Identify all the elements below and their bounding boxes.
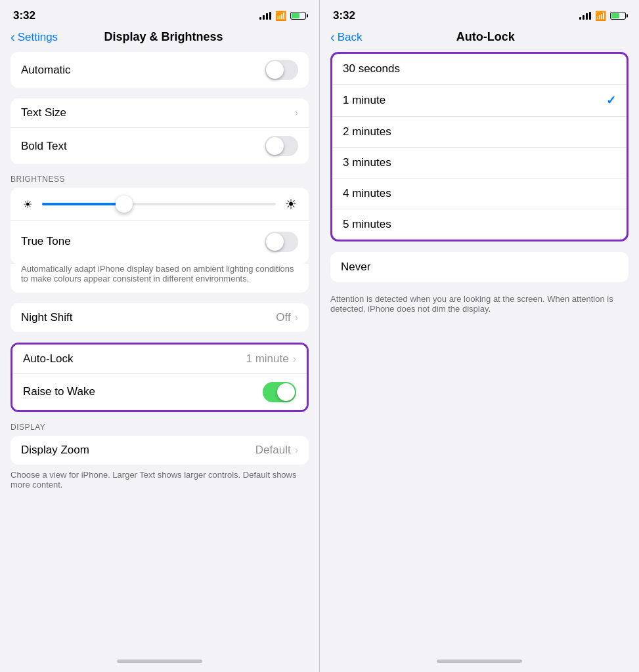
- bold-text-label: Bold Text: [21, 140, 265, 153]
- display-zoom-chevron-icon: ›: [295, 444, 298, 456]
- right-home-indicator: [320, 650, 639, 672]
- display-zoom-label: Display Zoom: [21, 444, 255, 457]
- left-home-indicator: [0, 650, 319, 672]
- right-back-chevron-icon: ‹: [330, 30, 335, 43]
- autolock-option-never[interactable]: Never: [330, 252, 628, 282]
- right-nav-title: Auto-Lock: [342, 30, 628, 44]
- automatic-label: Automatic: [21, 64, 265, 77]
- display-zoom-row[interactable]: Display Zoom Default ›: [11, 436, 309, 465]
- right-status-bar: 3:32 📶: [320, 0, 639, 28]
- true-tone-toggle[interactable]: [265, 232, 298, 252]
- raise-to-wake-label: Raise to Wake: [23, 385, 263, 398]
- autolock-options-list: 30 seconds 1 minute ✓ 2 minutes 3 minute…: [330, 52, 628, 242]
- auto-lock-label: Auto-Lock: [23, 352, 246, 366]
- automatic-toggle[interactable]: [265, 60, 298, 80]
- left-status-icons: 📶: [259, 10, 306, 21]
- raise-to-wake-row[interactable]: Raise to Wake: [12, 374, 307, 410]
- brightness-slider[interactable]: [42, 203, 276, 205]
- right-time: 3:32: [333, 9, 355, 22]
- autolock-option-5min[interactable]: 5 minutes: [332, 209, 627, 240]
- night-shift-chevron-icon: ›: [295, 312, 298, 324]
- text-card: Text Size › Bold Text: [11, 98, 309, 164]
- true-tone-row[interactable]: True Tone: [21, 229, 298, 255]
- autolock-2min-label: 2 minutes: [343, 125, 616, 138]
- bold-text-row[interactable]: Bold Text: [11, 128, 309, 164]
- auto-lock-highlight: Auto-Lock 1 minute › Raise to Wake: [11, 343, 309, 412]
- autolock-30s-label: 30 seconds: [343, 62, 616, 75]
- brightness-divider: [11, 220, 309, 221]
- right-status-icons: 📶: [579, 10, 626, 21]
- auto-lock-row[interactable]: Auto-Lock 1 minute ›: [12, 345, 307, 374]
- display-zoom-desc: Choose a view for iPhone. Larger Text sh…: [0, 465, 319, 490]
- right-wifi-icon: 📶: [595, 10, 606, 21]
- autolock-1min-label: 1 minute: [343, 94, 606, 107]
- auto-lock-section: Auto-Lock 1 minute › Raise to Wake: [0, 343, 319, 412]
- night-shift-card: Night Shift Off ›: [11, 303, 309, 332]
- brightness-high-icon: ☀: [284, 197, 298, 211]
- autolock-4min-label: 4 minutes: [343, 187, 616, 200]
- true-tone-label: True Tone: [21, 235, 265, 248]
- brightness-section: BRIGHTNESS ☀ ☀ True Tone: [0, 175, 319, 293]
- right-panel: 3:32 📶 ‹ Back Auto-Lock 30 seconds 1: [320, 0, 639, 672]
- never-label: Never: [341, 261, 618, 274]
- brightness-card: ☀ ☀ True Tone: [11, 188, 309, 264]
- text-size-chevron-icon: ›: [295, 107, 298, 119]
- brightness-section-label: BRIGHTNESS: [0, 175, 319, 188]
- battery-icon: [290, 12, 306, 20]
- display-zoom-card: Display Zoom Default ›: [11, 436, 309, 465]
- display-section-label: DISPLAY: [0, 423, 319, 436]
- left-scroll-content: Automatic Text Size › Bold Text: [0, 52, 319, 650]
- autolock-option-3min[interactable]: 3 minutes: [332, 148, 627, 178]
- wifi-icon: 📶: [275, 10, 286, 21]
- bold-text-toggle[interactable]: [265, 136, 298, 156]
- text-size-row[interactable]: Text Size ›: [11, 98, 309, 128]
- raise-to-wake-toggle[interactable]: [263, 382, 296, 402]
- auto-lock-value: 1 minute: [246, 352, 288, 366]
- automatic-card: Automatic: [11, 52, 309, 88]
- left-nav-title: Display & Brightness: [18, 30, 309, 44]
- autolock-5min-label: 5 minutes: [343, 218, 616, 231]
- automatic-section: Automatic: [0, 52, 319, 88]
- selected-checkmark-icon: ✓: [606, 93, 616, 108]
- night-shift-section: Night Shift Off ›: [0, 303, 319, 332]
- display-zoom-value: Default: [255, 444, 291, 457]
- left-time: 3:32: [13, 9, 35, 22]
- text-section: Text Size › Bold Text: [0, 98, 319, 164]
- never-card: Never: [330, 252, 628, 282]
- right-nav-bar: ‹ Back Auto-Lock: [320, 28, 639, 52]
- left-nav-bar: ‹ Settings Display & Brightness: [0, 28, 319, 52]
- night-shift-row[interactable]: Night Shift Off ›: [11, 303, 309, 332]
- autolock-3min-label: 3 minutes: [343, 156, 616, 169]
- right-battery-icon: [610, 12, 626, 20]
- autolock-option-30s[interactable]: 30 seconds: [332, 54, 627, 85]
- night-shift-value: Off: [276, 311, 290, 324]
- autolock-option-2min[interactable]: 2 minutes: [332, 117, 627, 148]
- automatic-row[interactable]: Automatic: [11, 52, 309, 88]
- right-signal-icon: [579, 12, 591, 20]
- left-panel: 3:32 📶 ‹ Settings Display & Brightness: [0, 0, 320, 672]
- auto-lock-chevron-icon: ›: [293, 353, 296, 365]
- brightness-low-icon: ☀: [21, 198, 34, 211]
- back-chevron-icon: ‹: [11, 30, 15, 43]
- display-section: DISPLAY Display Zoom Default › Choose a …: [0, 423, 319, 490]
- autolock-option-1min[interactable]: 1 minute ✓: [332, 85, 627, 117]
- true-tone-desc: Automatically adapt iPhone display based…: [11, 264, 309, 293]
- autolock-option-4min[interactable]: 4 minutes: [332, 178, 627, 209]
- text-size-label: Text Size: [21, 106, 295, 119]
- left-status-bar: 3:32 📶: [0, 0, 319, 28]
- signal-icon: [259, 12, 271, 20]
- brightness-row[interactable]: ☀ ☀: [21, 197, 298, 211]
- night-shift-label: Night Shift: [21, 311, 276, 324]
- attention-desc: Attention is detected when you are looki…: [320, 289, 639, 314]
